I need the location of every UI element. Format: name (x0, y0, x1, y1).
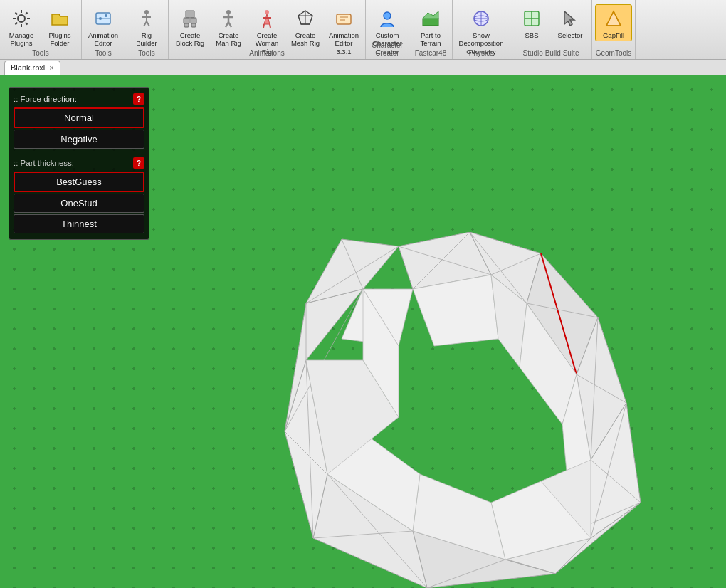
blockrig-icon (179, 7, 201, 30)
negative-button[interactable]: Negative (14, 130, 144, 149)
toolbar-group-tools2: AnimationEditor Tools (82, 0, 125, 59)
svg-point-15 (226, 10, 231, 14)
folder-icon (48, 7, 71, 30)
svg-point-31 (384, 12, 391, 19)
svg-line-23 (270, 24, 270, 28)
svg-point-3 (99, 17, 102, 20)
svg-line-8 (144, 21, 147, 26)
manrig-icon (217, 7, 240, 30)
selector-button[interactable]: Selector (552, 4, 589, 41)
main-canvas[interactable]: :: Force direction: ? Normal Negative ::… (0, 75, 726, 588)
shape-container (270, 232, 669, 588)
svg-line-19 (228, 22, 231, 27)
side-panel: :: Force direction: ? Normal Negative ::… (9, 87, 149, 240)
anim2-icon (332, 7, 355, 30)
svg-rect-11 (184, 18, 189, 23)
onestud-button[interactable]: OneStud (14, 194, 144, 213)
tab-bar: Blank.rbxl × (0, 60, 726, 75)
create-man-rig-button[interactable]: CreateMan Rig (210, 4, 247, 50)
tab-label: Blank.rbxl (11, 63, 45, 72)
tab-blank[interactable]: Blank.rbxl × (4, 61, 60, 75)
toolbar-group-tools1: Manage Plugins Plugins Folder Tools (0, 0, 82, 59)
part-to-terrain-button[interactable]: Part toTerrain (412, 4, 449, 50)
manage-plugins-button[interactable]: Manage Plugins (3, 4, 40, 50)
svg-line-9 (147, 21, 149, 26)
sbs-icon (520, 7, 543, 30)
svg-point-4 (105, 14, 107, 17)
toolbar-group-fastcar: Part toTerrain Fastcar48 (409, 0, 453, 59)
svg-rect-12 (191, 18, 196, 23)
decomp-icon (470, 7, 493, 30)
sbs-button[interactable]: SBS (513, 4, 550, 41)
womanrig-icon (256, 7, 278, 30)
gapfill-button[interactable]: GapFill (595, 4, 632, 41)
toolbar-group-rig: RigBuilder Tools (125, 0, 169, 59)
svg-rect-10 (186, 11, 194, 18)
svg-marker-41 (606, 11, 621, 26)
svg-rect-14 (191, 23, 196, 27)
thinnest-button[interactable]: Thinnest (14, 214, 144, 233)
create-mesh-rig-button[interactable]: CreateMesh Rig (287, 4, 324, 50)
part-thickness-title: :: Part thickness: ? (14, 157, 144, 169)
bestguess-button[interactable]: BestGuess (14, 172, 144, 192)
force-direction-title: :: Force direction: ? (14, 93, 144, 105)
gear-icon (10, 7, 33, 30)
meshrig-icon (294, 7, 317, 30)
svg-line-22 (263, 24, 264, 28)
part-thickness-help-button[interactable]: ? (133, 157, 144, 169)
toolbar-group-character-creator: Custom CharacterCreator Character Creato… (366, 0, 409, 59)
normal-button[interactable]: Normal (14, 107, 144, 128)
toolbar-group-geomtools: GapFill GeomTools (592, 0, 636, 59)
toolbar-group-studio-build: SBS Selector Studio Build Suite (510, 0, 592, 59)
create-block-rig-button[interactable]: CreateBlock Rig (172, 4, 209, 50)
gapfill-icon (602, 7, 625, 30)
toolbar-group-physics: Show DecompositionGeometry Physics (453, 0, 510, 59)
animation-editor-button[interactable]: AnimationEditor (85, 4, 122, 50)
svg-rect-28 (337, 14, 351, 24)
character-creator-icon (376, 7, 399, 30)
selector-icon (559, 7, 582, 30)
terrain-icon (419, 7, 442, 30)
plugins-folder-button[interactable]: Plugins Folder (41, 4, 78, 50)
rig-icon (135, 7, 158, 30)
svg-rect-13 (184, 23, 189, 27)
toolbar-group-animations: CreateBlock Rig CreateMan Rig (169, 0, 366, 59)
animation-icon (92, 7, 115, 30)
svg-point-5 (144, 10, 149, 14)
force-direction-help-button[interactable]: ? (133, 93, 144, 105)
tab-close-button[interactable]: × (49, 63, 53, 72)
svg-point-0 (18, 15, 25, 22)
rig-builder-button[interactable]: RigBuilder (128, 4, 165, 50)
toolbar: Manage Plugins Plugins Folder Tools (0, 0, 726, 60)
svg-marker-33 (423, 11, 438, 19)
svg-rect-32 (423, 19, 438, 26)
